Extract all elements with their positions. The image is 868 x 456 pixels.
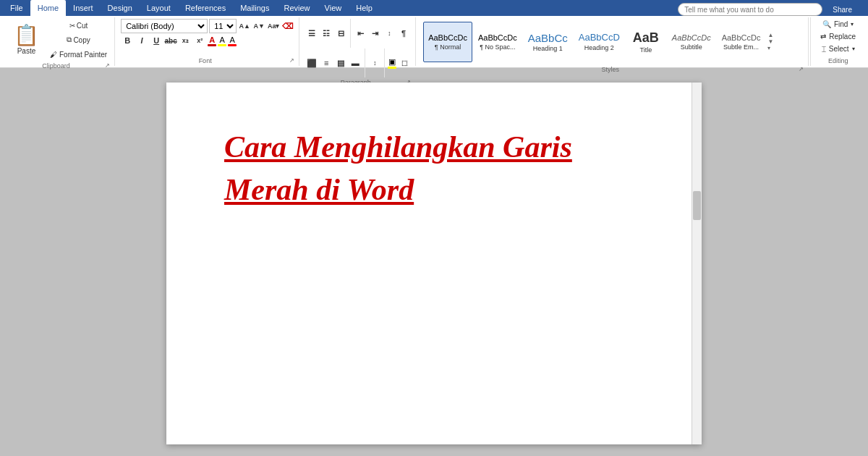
tab-insert[interactable]: Insert xyxy=(66,0,101,16)
replace-button[interactable]: ⇄ Replace xyxy=(817,31,859,42)
font-grow-button[interactable]: A▲ xyxy=(238,20,251,33)
bold-button[interactable]: B xyxy=(121,34,134,47)
format-painter-button[interactable]: 🖌 Format Painter xyxy=(47,48,110,61)
increase-indent-button[interactable]: ⇥ xyxy=(368,27,381,40)
change-case-button[interactable]: Aa▾ xyxy=(267,20,280,33)
tab-view[interactable]: View xyxy=(318,0,349,16)
paragraph-group: ☰ ☷ ⊟ ⇤ ⇥ ↕ ¶ ⬛ ≡ ▤ ▬ ↕ xyxy=(301,17,416,66)
style-subtitle[interactable]: AaBbCcDc Subtitle xyxy=(667,22,716,62)
shading-indicator xyxy=(228,44,237,46)
expand-icon: ▾ xyxy=(767,46,773,51)
font-size-select[interactable]: 11 xyxy=(209,19,237,33)
font-expand-icon[interactable]: ↗ xyxy=(289,57,294,64)
select-icon: ⌶ xyxy=(822,45,826,53)
document-text[interactable]: Cara Menghilangkan Garis Merah di Word xyxy=(224,126,644,211)
sort-button[interactable]: ↕ xyxy=(383,27,396,40)
borders-button[interactable]: ⬚ xyxy=(398,56,411,69)
ribbon: File Home Insert Design Layout Reference… xyxy=(0,0,868,68)
justify-button[interactable]: ▬ xyxy=(349,56,362,69)
tab-file[interactable]: File xyxy=(3,0,30,16)
select-label: Select xyxy=(829,45,849,53)
styles-gallery: AaBbCcDc ¶ Normal AaBbCcDc ¶ No Spac... … xyxy=(422,19,776,64)
style-subtle-label: Subtle Em... xyxy=(723,43,759,51)
superscript-button[interactable]: x² xyxy=(193,34,206,47)
highlight-indicator xyxy=(218,44,226,46)
style-subtitle-preview: AaBbCcDc xyxy=(672,33,711,43)
tab-help[interactable]: Help xyxy=(349,0,380,16)
clipboard-label: Clipboard xyxy=(7,61,105,69)
decrease-indent-button[interactable]: ⇤ xyxy=(354,27,367,40)
style-normal-preview: AaBbCcDc xyxy=(428,33,467,43)
underline-button[interactable]: U xyxy=(150,34,163,47)
bullets-button[interactable]: ☰ xyxy=(305,27,318,40)
style-heading2[interactable]: AaBbCcD Heading 2 xyxy=(574,22,625,62)
align-left-button[interactable]: ⬛ xyxy=(305,56,318,69)
multilevel-list-button[interactable]: ⊟ xyxy=(334,27,347,40)
style-no-space[interactable]: AaBbCcDc ¶ No Spac... xyxy=(473,22,522,62)
copy-label: Copy xyxy=(73,36,90,44)
style-heading1[interactable]: AaBbCc Heading 1 xyxy=(523,22,573,62)
eraser-icon: ⌫ xyxy=(282,22,294,31)
document-page[interactable]: Cara Menghilangkan Garis Merah di Word xyxy=(166,83,702,444)
styles-group: AaBbCcDc ¶ Normal AaBbCcDc ¶ No Spac... … xyxy=(417,17,809,66)
numbering-button[interactable]: ☷ xyxy=(320,27,333,40)
select-button[interactable]: ⌶ Select ▾ xyxy=(817,43,859,54)
styles-label: Styles xyxy=(422,64,799,73)
find-label: Find xyxy=(834,20,848,28)
style-no-space-label: ¶ No Spac... xyxy=(480,43,515,51)
tab-references[interactable]: References xyxy=(178,0,233,16)
font-label: Font xyxy=(121,56,289,64)
copy-icon: ⧉ xyxy=(67,35,72,44)
font-color-button[interactable]: A xyxy=(208,35,216,46)
tab-review[interactable]: Review xyxy=(277,0,318,16)
paste-button[interactable]: 📋 Paste xyxy=(7,19,46,61)
find-button[interactable]: 🔍 Find ▾ xyxy=(817,19,859,30)
document-scrollbar[interactable] xyxy=(692,83,702,444)
text-shading-button[interactable]: A xyxy=(228,35,237,46)
shading-paragraph-button[interactable]: ▣ xyxy=(388,57,396,69)
style-title-preview: AaB xyxy=(633,30,659,46)
style-normal-label: ¶ Normal xyxy=(435,43,461,51)
scrollbar-thumb[interactable] xyxy=(693,191,701,220)
font-name-select[interactable]: Calibri (Body) xyxy=(121,19,208,33)
toolbar: 📋 Paste ✂ Cut ⧉ Copy 🖌 Format Painter xyxy=(0,16,868,68)
align-center-button[interactable]: ≡ xyxy=(320,56,333,69)
style-title[interactable]: AaB Title xyxy=(626,22,666,62)
style-title-label: Title xyxy=(640,46,652,54)
show-formatting-button[interactable]: ¶ xyxy=(397,27,410,40)
shading-icon: A xyxy=(229,35,234,44)
strikethrough-button[interactable]: abc xyxy=(164,34,177,47)
subscript-button[interactable]: x₂ xyxy=(179,34,192,47)
style-h1-preview: AaBbCc xyxy=(528,31,568,46)
tab-layout[interactable]: Layout xyxy=(140,0,178,16)
tab-mailings[interactable]: Mailings xyxy=(233,0,276,16)
font-shrink-button[interactable]: A▼ xyxy=(252,20,265,33)
paste-label: Paste xyxy=(17,47,36,55)
tab-bar: File Home Insert Design Layout Reference… xyxy=(0,0,868,16)
tab-home[interactable]: Home xyxy=(30,0,66,16)
align-right-button[interactable]: ▤ xyxy=(334,56,347,69)
share-button[interactable]: Share xyxy=(825,4,859,15)
search-input[interactable] xyxy=(678,3,822,16)
copy-button[interactable]: ⧉ Copy xyxy=(47,33,110,46)
separator2 xyxy=(365,48,365,77)
shading-para-icon: ▣ xyxy=(388,57,396,67)
clear-format-button[interactable]: ⌫ xyxy=(281,20,294,33)
highlight-icon: A xyxy=(219,35,224,44)
style-h1-label: Heading 1 xyxy=(533,45,563,52)
highlight-color-button[interactable]: A xyxy=(218,35,226,46)
replace-label: Replace xyxy=(829,33,856,41)
italic-button[interactable]: I xyxy=(135,34,148,47)
styles-scroll-button[interactable]: ▲ ▼ ▾ xyxy=(766,31,775,53)
style-no-space-preview: AaBbCcDc xyxy=(478,33,517,43)
tab-design[interactable]: Design xyxy=(101,0,140,16)
style-normal[interactable]: AaBbCcDc ¶ Normal xyxy=(423,22,472,62)
cut-button[interactable]: ✂ Cut xyxy=(47,19,110,32)
style-subtle-em[interactable]: AaBbCcDc Subtle Em... xyxy=(717,22,766,62)
styles-expand-icon[interactable]: ↗ xyxy=(799,66,804,72)
line-spacing-button[interactable]: ↕ xyxy=(368,56,381,69)
document-wrapper: Cara Menghilangkan Garis Merah di Word xyxy=(166,83,702,444)
clipboard-expand-icon[interactable]: ↗ xyxy=(105,62,110,69)
format-painter-label: Format Painter xyxy=(59,51,107,59)
clipboard-group: 📋 Paste ✂ Cut ⧉ Copy 🖌 Format Painter xyxy=(3,17,115,66)
